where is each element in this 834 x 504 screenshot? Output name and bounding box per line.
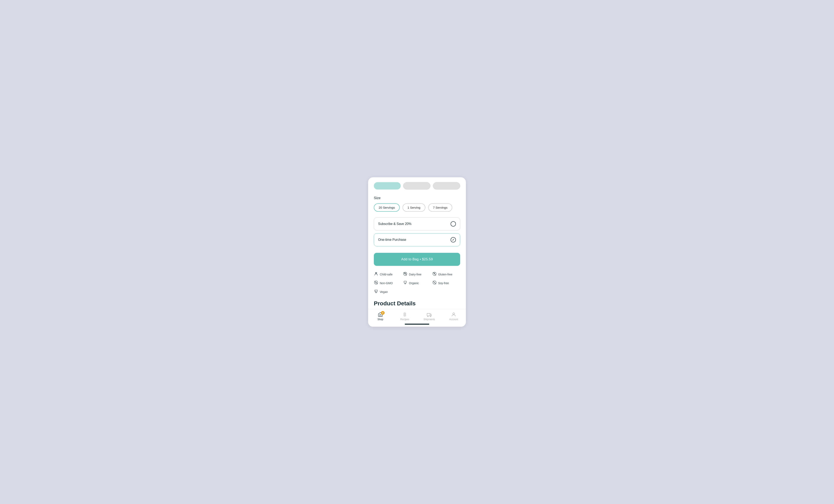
vegan-icon [374, 289, 378, 294]
svg-point-18 [453, 313, 455, 314]
shipments-icon-wrap [426, 312, 432, 317]
size-option-20-servings[interactable]: 20 Servings [374, 203, 400, 212]
recipes-icon [402, 312, 408, 317]
organic-icon [403, 280, 408, 286]
account-icon [451, 312, 456, 317]
shop-nav-label: Shop [377, 318, 383, 321]
nav-item-shop[interactable]: 9 Shop [368, 312, 393, 321]
attribute-gluten-free: Gluten-free [432, 271, 460, 277]
svg-rect-15 [427, 313, 430, 316]
svg-point-1 [376, 273, 376, 273]
nav-item-recipes[interactable]: Recipes [393, 312, 417, 321]
size-option-1-serving[interactable]: 1 Serving [402, 203, 425, 212]
radio-subscribe [451, 221, 456, 226]
home-indicator [368, 322, 466, 327]
non-gmo-label: Non-GMO [380, 282, 393, 285]
gluten-free-label: Gluten-free [438, 273, 453, 276]
nav-item-account[interactable]: Account [441, 312, 466, 321]
bottom-nav: 9 Shop Recipes [368, 309, 466, 322]
home-bar [405, 324, 429, 325]
gluten-free-icon [432, 271, 437, 277]
organic-label: Organic [409, 282, 419, 285]
size-section: Size 20 Servings 1 Serving 7 Servings [374, 196, 460, 212]
add-to-bag-button[interactable]: Add to Bag • $25.59 [374, 253, 460, 266]
shipments-icon [426, 312, 432, 317]
shipments-nav-label: Shipments [423, 318, 435, 321]
shop-badge: 9 [381, 311, 385, 315]
ghost-btn-1 [374, 182, 401, 190]
purchase-options: Subscribe & Save 20% One-time Purchase [374, 217, 460, 246]
phone-card: Size 20 Servings 1 Serving 7 Servings Su… [368, 177, 466, 327]
non-gmo-icon [374, 280, 378, 286]
top-buttons-row [374, 182, 460, 190]
product-details-heading: Product Details [374, 300, 460, 309]
account-icon-wrap [451, 312, 456, 317]
child-safe-icon [374, 271, 378, 277]
attributes-grid: Child-safe Dairy-free [374, 271, 460, 294]
svg-point-16 [427, 316, 428, 317]
recipes-nav-label: Recipes [400, 318, 409, 321]
soy-free-label: Soy-free [438, 282, 449, 285]
radio-one-time [451, 237, 456, 242]
size-option-7-servings[interactable]: 7 Servings [428, 203, 453, 212]
attribute-child-safe: Child-safe [374, 271, 402, 277]
dairy-free-label: Dairy-free [409, 273, 421, 276]
attribute-soy-free: Soy-free [432, 280, 460, 286]
size-label: Size [374, 196, 460, 200]
content-area: Size 20 Servings 1 Serving 7 Servings Su… [368, 177, 466, 309]
child-safe-label: Child-safe [380, 273, 393, 276]
account-nav-label: Account [449, 318, 458, 321]
shop-icon-wrap: 9 [378, 312, 383, 317]
soy-free-icon [432, 280, 437, 286]
dairy-free-icon [403, 271, 408, 277]
nav-item-shipments[interactable]: Shipments [417, 312, 441, 321]
ghost-btn-3 [433, 182, 460, 190]
attribute-organic: Organic [403, 280, 431, 286]
attribute-non-gmo: Non-GMO [374, 280, 402, 286]
purchase-option-subscribe[interactable]: Subscribe & Save 20% [374, 217, 460, 231]
vegan-label: Vegan [380, 290, 388, 293]
recipes-icon-wrap [402, 312, 408, 317]
ghost-btn-2 [403, 182, 431, 190]
size-options: 20 Servings 1 Serving 7 Servings [374, 203, 460, 212]
purchase-option-one-time[interactable]: One-time Purchase [374, 233, 460, 246]
attribute-vegan: Vegan [374, 289, 402, 294]
svg-point-17 [430, 316, 431, 317]
svg-line-7 [375, 281, 378, 284]
attribute-dairy-free: Dairy-free [403, 271, 431, 277]
